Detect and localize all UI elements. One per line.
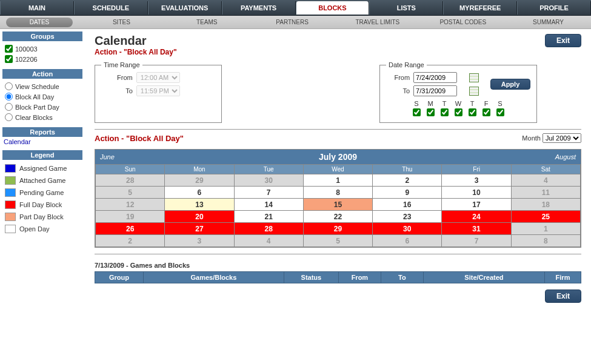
cal-day[interactable]: 29 (165, 174, 234, 187)
nav-blocks[interactable]: BLOCKS (296, 1, 370, 15)
cal-day[interactable]: 7 (442, 235, 511, 247)
cal-day[interactable]: 3 (442, 174, 511, 187)
action-radio[interactable]: Block Part Day (5, 102, 82, 112)
group-checkbox[interactable]: 100003 (5, 44, 82, 54)
month-select[interactable]: Jul 2009 (543, 133, 581, 143)
dow-checkbox[interactable]: F (482, 100, 490, 116)
cal-day[interactable]: 8 (511, 235, 580, 247)
time-from-select[interactable]: 12:00 AM (136, 72, 180, 83)
dow-checkbox[interactable]: S (496, 100, 504, 116)
cal-day[interactable]: 11 (511, 187, 580, 199)
cal-day[interactable]: 10 (442, 187, 511, 199)
cal-day[interactable]: 4 (511, 174, 580, 187)
cal-day[interactable]: 21 (234, 211, 303, 223)
radio-icon[interactable] (5, 113, 13, 121)
cal-day[interactable]: 6 (373, 235, 442, 247)
subnav-item[interactable]: PARTNERS (250, 19, 335, 25)
dow-checkbox[interactable]: T (441, 100, 449, 116)
cal-day[interactable]: 8 (303, 187, 372, 199)
nav-myreferee[interactable]: MYREFEREE (443, 1, 517, 15)
cal-day[interactable]: 27 (165, 223, 234, 235)
exit-button-bottom[interactable]: Exit (545, 290, 581, 303)
dow-checkbox[interactable]: W (455, 100, 462, 116)
cal-day[interactable]: 26 (96, 223, 165, 235)
cal-day[interactable]: 7 (234, 187, 303, 199)
reports-link-calendar[interactable]: Calendar (2, 137, 82, 149)
cal-day[interactable]: 15 (303, 199, 372, 211)
cal-day[interactable]: 22 (303, 211, 372, 223)
cal-dow-header: Tue (234, 165, 303, 174)
reports-header: Reports (2, 127, 82, 137)
cal-day[interactable]: 2 (96, 235, 165, 247)
next-month-link[interactable]: August (538, 153, 581, 160)
cal-day[interactable]: 29 (303, 223, 372, 235)
cal-day[interactable]: 1 (303, 174, 372, 187)
cal-day[interactable]: 30 (234, 174, 303, 187)
cal-day[interactable]: 18 (511, 199, 580, 211)
calendar-icon[interactable] (469, 73, 479, 82)
cal-day[interactable]: 12 (96, 199, 165, 211)
cal-day[interactable]: 3 (165, 235, 234, 247)
nav-lists[interactable]: LISTS (369, 1, 443, 15)
nav-main[interactable]: MAIN (0, 1, 74, 15)
cal-day[interactable]: 14 (234, 199, 303, 211)
cal-day[interactable]: 5 (96, 187, 165, 199)
dow-checkbox[interactable]: T (469, 100, 476, 116)
cal-day[interactable]: 31 (442, 223, 511, 235)
date-from-input[interactable] (413, 72, 457, 83)
group-checkbox[interactable]: 102206 (5, 54, 82, 64)
action-radio[interactable]: Block All Day (5, 91, 82, 102)
nav-schedule[interactable]: SCHEDULE (74, 1, 148, 15)
cal-day[interactable]: 20 (165, 211, 234, 223)
checkbox-icon[interactable] (5, 45, 13, 53)
cal-day[interactable]: 1 (511, 223, 580, 235)
date-to-input[interactable] (413, 85, 457, 96)
subnav-item[interactable]: SITES (79, 19, 164, 25)
checkbox-icon[interactable] (469, 108, 476, 116)
action-radio[interactable]: View Schedule (5, 81, 82, 91)
cal-day[interactable]: 28 (96, 174, 165, 187)
prev-month-link[interactable]: June (95, 153, 138, 160)
cal-day[interactable]: 2 (373, 174, 442, 187)
action-radio[interactable]: Clear Blocks (5, 112, 82, 122)
cal-day[interactable]: 23 (373, 211, 442, 223)
cal-day[interactable]: 5 (303, 235, 372, 247)
subnav-item[interactable]: POSTAL CODES (420, 19, 506, 25)
subnav-item[interactable]: TEAMS (164, 19, 250, 25)
calendar-icon[interactable] (469, 87, 479, 96)
checkbox-icon[interactable] (482, 108, 490, 116)
cal-day[interactable]: 24 (442, 211, 511, 223)
subnav-item[interactable]: TRAVEL LIMITS (335, 19, 420, 25)
cal-day[interactable]: 25 (511, 211, 580, 223)
cal-day[interactable]: 6 (165, 187, 234, 199)
checkbox-icon[interactable] (496, 108, 504, 116)
cal-day[interactable]: 4 (234, 235, 303, 247)
action-header: Action (2, 69, 82, 79)
checkbox-icon[interactable] (427, 108, 435, 116)
exit-button-top[interactable]: Exit (545, 34, 581, 47)
time-to-select[interactable]: 11:59 PM (136, 85, 180, 96)
dow-checkbox[interactable]: M (427, 100, 435, 116)
nav-profile[interactable]: PROFILE (517, 1, 591, 15)
nav-payments[interactable]: PAYMENTS (222, 1, 296, 15)
cal-day[interactable]: 17 (442, 199, 511, 211)
separator (95, 254, 581, 254)
cal-day[interactable]: 9 (373, 187, 442, 199)
cal-day[interactable]: 19 (96, 211, 165, 223)
radio-icon[interactable] (5, 103, 13, 111)
radio-icon[interactable] (5, 93, 13, 101)
cal-day[interactable]: 16 (373, 199, 442, 211)
radio-icon[interactable] (5, 82, 13, 90)
checkbox-icon[interactable] (413, 108, 421, 116)
dow-checkbox[interactable]: S (413, 100, 421, 116)
subnav-active-pill[interactable]: DATES (6, 18, 73, 27)
checkbox-icon[interactable] (5, 55, 13, 63)
cal-day[interactable]: 28 (234, 223, 303, 235)
apply-button[interactable]: Apply (490, 79, 530, 90)
cal-day[interactable]: 13 (165, 199, 234, 211)
nav-evaluations[interactable]: EVALUATIONS (148, 1, 222, 15)
cal-day[interactable]: 30 (373, 223, 442, 235)
checkbox-icon[interactable] (441, 108, 449, 116)
subnav-item[interactable]: SUMMARY (506, 19, 591, 25)
checkbox-icon[interactable] (455, 108, 462, 116)
